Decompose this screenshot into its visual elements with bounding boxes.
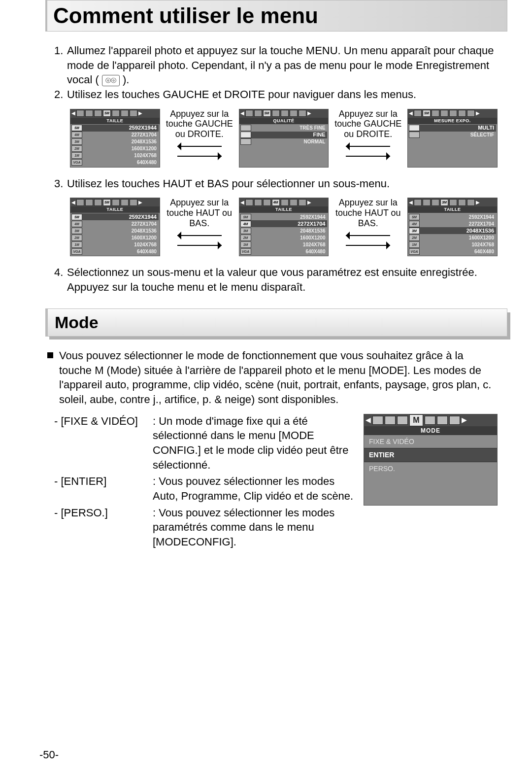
mode-intro: Vous pouvez sélectionner le mode de fonc… xyxy=(54,348,498,407)
mode-row-entier: ENTIER xyxy=(364,448,497,462)
section-title-bar: Comment utiliser le menu xyxy=(45,0,507,32)
subsection-mode-heading: Mode xyxy=(45,308,507,337)
panel-arrow-right-icon: ▶ xyxy=(138,111,142,116)
mode-row-perso: PERSO. xyxy=(364,462,497,475)
panel-taille-4m: ◀4M▶ TAILLE 5M2592X1944 4M2272X1704 3M20… xyxy=(239,198,329,256)
panel-taille-5m: ◀5M▶ TAILLE 5M2592X1944 4M2272X1704 3M20… xyxy=(70,198,160,256)
step3-panels: ◀5M▶ TAILLE 5M2592X1944 4M2272X1704 3M20… xyxy=(70,198,498,256)
subsection-title: Mode xyxy=(55,313,500,332)
hint-left-right-2: Appuyez sur la touche GAUCHE ou DROITE. xyxy=(331,109,405,161)
mode-row-fixe: FIXE & VIDÉO xyxy=(364,435,497,448)
hint-up-down-2: Appuyez sur la touche HAUT ou BAS. xyxy=(331,198,405,250)
hint-left-right-1: Appuyez sur la touche GAUCHE ou DROITE. xyxy=(162,109,237,161)
mode-m-icon: M xyxy=(409,414,423,426)
section-title: Comment utiliser le menu xyxy=(53,3,501,28)
voice-record-icon: ⦾⦾ xyxy=(102,75,120,86)
panel-taille-3m: ◀3M▶ TAILLE 5M2592X1944 4M2272X1704 3M20… xyxy=(407,198,498,256)
step-2: 2. Utilisez les touches GAUCHE et DROITE… xyxy=(54,87,498,102)
hint-up-down-1: Appuyez sur la touche HAUT ou BAS. xyxy=(162,198,237,250)
tab-selected-size-icon: 5M xyxy=(103,110,111,117)
step-3: 3. Utilisez les touches HAUT et BAS pour… xyxy=(54,176,498,191)
panel-arrow-left-icon: ◀ xyxy=(71,111,75,116)
step-4: 4. Sélectionnez un sous-menu et la valeu… xyxy=(54,265,498,294)
panel-mode: ◀ M ▶ MODE FIXE & VIDÉO ENTIER PERSO. xyxy=(364,414,498,506)
mode-definitions: - [FIXE & VIDÉO]: Un mode d'image fixe q… xyxy=(54,414,355,551)
panel-taille-1: ◀ 5M ▶ TAILLE 5M2592X1944 4M2272X1704 3M… xyxy=(70,109,160,168)
panel-qualite: ◀ 5M ▶ QUALITÉ TRÈS FINE FINE NORMAL xyxy=(239,109,329,168)
square-bullet-icon xyxy=(47,352,53,358)
step-1: 1. Allumez l'appareil photo et appuyez s… xyxy=(54,43,498,87)
panel-mesure: ◀ 5M ▶ MESURE EXPO. MULTI SÉLECTIF xyxy=(407,109,498,168)
page-number: -50- xyxy=(39,748,59,761)
step2-panels: ◀ 5M ▶ TAILLE 5M2592X1944 4M2272X1704 3M… xyxy=(70,109,498,168)
